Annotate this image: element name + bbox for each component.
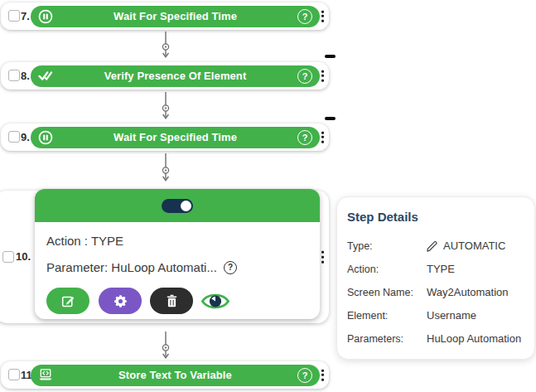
step-row-11: 11. Store Text To Variable ? — [1, 361, 329, 389]
detail-row-element: Element: Username — [347, 309, 534, 322]
delete-button[interactable] — [150, 288, 193, 314]
connector-arrow — [160, 332, 171, 363]
action-label: Action : TYPE — [46, 234, 320, 248]
detail-row-type: Type: AUTOMATIC — [347, 240, 534, 252]
step-9-bar[interactable]: Wait For Specified Time ? — [31, 127, 320, 148]
pause-icon — [38, 9, 53, 24]
kebab-menu-icon[interactable] — [320, 367, 326, 383]
edit-button[interactable] — [46, 288, 89, 314]
detail-label: Screen Name: — [347, 287, 427, 298]
detail-row-action: Action: TYPE — [347, 263, 534, 275]
step-8-checkbox[interactable] — [8, 70, 20, 81]
expanded-step-header — [35, 189, 320, 222]
step-row-10-expanded: 10. Action : TYPE Parameter: HuLoop Auto… — [0, 191, 329, 323]
kebab-menu-icon[interactable] — [320, 249, 326, 265]
detail-value: Username — [427, 309, 476, 322]
detail-value: Way2Automation — [427, 286, 509, 298]
step-7-title: Wait For Specified Time — [113, 10, 237, 22]
step-11-title: Store Text To Variable — [118, 369, 232, 381]
kebab-menu-icon[interactable] — [320, 8, 326, 24]
help-icon[interactable]: ? — [297, 368, 312, 383]
step-8-bar[interactable]: Verify Presence Of Element ? — [31, 65, 320, 87]
settings-button[interactable] — [99, 288, 142, 314]
workflow-canvas: 7. Wait For Specified Time ? 8. Verify P… — [0, 0, 536, 392]
step-9-checkbox[interactable] — [8, 131, 20, 143]
step-11-checkbox[interactable] — [8, 369, 20, 380]
step-7-number: 7. — [21, 2, 30, 30]
detail-row-parameters: Parameters: HuLoop Automation — [347, 332, 534, 345]
detail-label: Element: — [347, 310, 427, 322]
parameter-label: Parameter: HuLoop Automati... — [46, 260, 217, 274]
connector-arrow — [160, 31, 171, 62]
kebab-menu-icon[interactable] — [320, 129, 326, 145]
collapse-dash-icon[interactable] — [325, 55, 336, 58]
detail-label: Type: — [347, 240, 427, 252]
help-icon[interactable]: ? — [297, 130, 312, 145]
detail-value: HuLoop Automation — [427, 332, 521, 345]
enable-toggle[interactable] — [162, 199, 193, 213]
step-10-number: 10. — [16, 245, 31, 269]
step-row-7: 7. Wait For Specified Time ? — [1, 2, 329, 30]
step-9-title: Wait For Specified Time — [113, 131, 237, 143]
toggle-knob — [181, 201, 191, 211]
step-8-number: 8. — [21, 62, 30, 90]
double-check-icon — [38, 69, 53, 84]
connector-arrow — [160, 153, 171, 186]
kebab-menu-icon[interactable] — [320, 68, 326, 84]
panel-title: Step Details — [347, 210, 534, 224]
help-icon[interactable]: ? — [297, 69, 312, 84]
expanded-step-card: Action : TYPE Parameter: HuLoop Automati… — [35, 189, 320, 319]
step-8-title: Verify Presence Of Element — [104, 70, 247, 82]
laptop-code-icon — [38, 368, 53, 383]
step-7-checkbox[interactable] — [8, 10, 20, 22]
step-details-panel: Step Details Type: AUTOMATIC Action: TYP… — [336, 196, 535, 360]
connector-arrow — [160, 92, 171, 123]
help-icon[interactable]: ? — [224, 261, 237, 274]
detail-row-screen-name: Screen Name: Way2Automation — [347, 286, 534, 298]
detail-label: Action: — [347, 264, 427, 275]
detail-value: AUTOMATIC — [443, 240, 505, 252]
help-icon[interactable]: ? — [297, 9, 312, 24]
step-10-checkbox[interactable] — [2, 251, 14, 263]
step-row-9: 9. Wait For Specified Time ? — [1, 123, 329, 151]
step-9-number: 9. — [21, 123, 30, 151]
step-row-8: 8. Verify Presence Of Element ? — [1, 62, 329, 90]
detail-value: TYPE — [427, 263, 455, 275]
view-icon[interactable] — [200, 291, 230, 312]
pencil-icon — [427, 240, 438, 252]
pause-icon — [38, 130, 53, 145]
collapse-dash-icon[interactable] — [325, 117, 336, 120]
detail-label: Parameters: — [347, 333, 427, 345]
step-7-bar[interactable]: Wait For Specified Time ? — [31, 6, 320, 27]
step-11-bar[interactable]: Store Text To Variable ? — [31, 365, 320, 386]
